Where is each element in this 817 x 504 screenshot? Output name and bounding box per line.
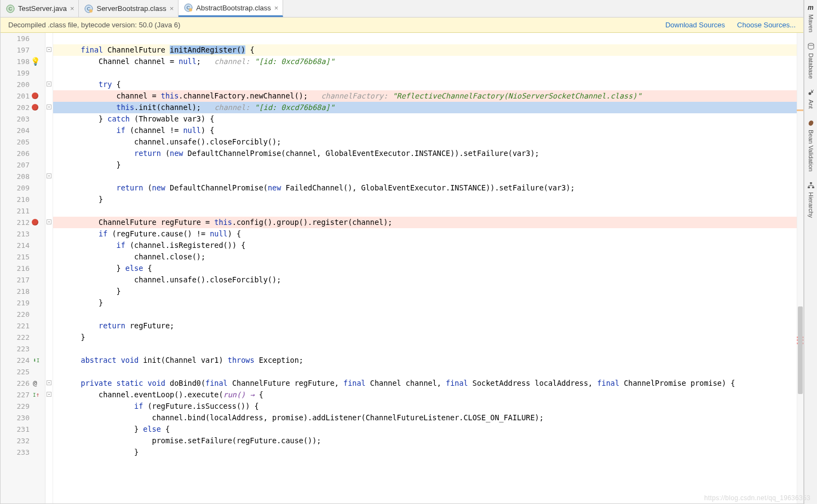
fold-toggle[interactable] bbox=[47, 173, 51, 178]
code-line[interactable] bbox=[53, 171, 803, 182]
choose-sources-link[interactable]: Choose Sources... bbox=[737, 21, 796, 29]
breakpoint-icon[interactable] bbox=[32, 92, 41, 101]
code-line[interactable]: abstract void init(Channel var1) throws … bbox=[53, 355, 803, 366]
code-line[interactable]: final ChannelFuture initAndRegister() { bbox=[53, 44, 803, 56]
gutter-line[interactable]: 205 bbox=[1, 136, 45, 148]
gutter-line[interactable]: 221 bbox=[1, 320, 45, 332]
implemented-icon[interactable]: ⬇I bbox=[33, 356, 42, 364]
breakpoint-icon[interactable] bbox=[32, 219, 41, 228]
gutter-line[interactable]: 225 bbox=[1, 366, 45, 378]
gutter-line[interactable]: 219 bbox=[1, 297, 45, 309]
gutter-line[interactable]: 230 bbox=[1, 412, 45, 424]
tool-bean-validation[interactable]: Bean Validation bbox=[807, 119, 815, 171]
gutter-line[interactable]: 217 bbox=[1, 274, 45, 286]
code-line[interactable]: this.init(channel); channel: "[id: 0xcd7… bbox=[53, 102, 803, 113]
tab-abstractbootstrap[interactable]: C AbstractBootstrap.class × bbox=[179, 0, 283, 17]
code-line[interactable]: private static void doBind0(final Channe… bbox=[53, 378, 803, 389]
gutter-line[interactable]: 204 bbox=[1, 125, 45, 136]
gutter-line[interactable]: 209 bbox=[1, 182, 45, 194]
code-line[interactable]: channel = this.channelFactory.newChannel… bbox=[53, 90, 803, 102]
gutter-line[interactable]: 202 bbox=[1, 102, 45, 113]
tab-serverbootstrap[interactable]: C ServerBootstrap.class × bbox=[79, 0, 179, 17]
tool-maven[interactable]: m Maven bbox=[807, 3, 815, 32]
code-line[interactable]: Channel channel = null; channel: "[id: 0… bbox=[53, 56, 803, 67]
code-line[interactable] bbox=[53, 205, 803, 217]
gutter-line[interactable]: 201 bbox=[1, 90, 45, 102]
code-line[interactable]: channel.eventLoop().execute(run() → { bbox=[53, 389, 803, 401]
gutter-line[interactable]: 196 bbox=[1, 33, 45, 44]
code-line[interactable]: try { bbox=[53, 79, 803, 90]
line-gutter[interactable]: 196197198💡199200201202203204205206207208… bbox=[1, 33, 45, 503]
close-icon[interactable]: × bbox=[70, 5, 74, 12]
code-line[interactable]: return (new DefaultChannelPromise(channe… bbox=[53, 148, 803, 159]
gutter-line[interactable]: 214 bbox=[1, 240, 45, 251]
code-line[interactable]: } else { bbox=[53, 263, 803, 274]
code-line[interactable] bbox=[53, 309, 803, 320]
gutter-line[interactable]: 224⬇I bbox=[1, 355, 45, 366]
fold-toggle[interactable] bbox=[47, 105, 51, 109]
download-sources-link[interactable]: Download Sources bbox=[665, 21, 725, 29]
code-line[interactable]: if (channel.isRegistered()) { bbox=[53, 240, 803, 251]
code-line[interactable]: } catch (Throwable var3) { bbox=[53, 113, 803, 125]
code-line[interactable] bbox=[53, 33, 803, 44]
code-line[interactable]: channel.unsafe().closeForcibly(); bbox=[53, 274, 803, 286]
code-line[interactable]: ChannelFuture regFuture = this.config().… bbox=[53, 217, 803, 228]
code-line[interactable]: return regFuture; bbox=[53, 320, 803, 332]
gutter-line[interactable]: 198💡 bbox=[1, 56, 45, 67]
gutter-line[interactable]: 212 bbox=[1, 217, 45, 228]
gutter-line[interactable]: 197 bbox=[1, 44, 45, 56]
code-line[interactable]: if (regFuture.cause() != null) { bbox=[53, 228, 803, 240]
code-line[interactable]: } bbox=[53, 447, 803, 458]
code-line[interactable] bbox=[53, 366, 803, 378]
code-line[interactable]: if (regFuture.isSuccess()) { bbox=[53, 401, 803, 412]
code-line[interactable] bbox=[53, 343, 803, 355]
code-line[interactable]: } bbox=[53, 286, 803, 297]
gutter-line[interactable]: 199 bbox=[1, 67, 45, 79]
fold-toggle[interactable] bbox=[47, 219, 51, 224]
tab-testserver[interactable]: C TestServer.java × bbox=[1, 0, 79, 17]
close-icon[interactable]: × bbox=[274, 4, 279, 11]
tool-ant[interactable]: Ant bbox=[807, 89, 815, 109]
gutter-line[interactable]: 210 bbox=[1, 194, 45, 205]
gutter-line[interactable]: 223 bbox=[1, 343, 45, 355]
gutter-line[interactable]: 215 bbox=[1, 251, 45, 263]
gutter-line[interactable]: 211 bbox=[1, 205, 45, 217]
gutter-line[interactable]: 229 bbox=[1, 401, 45, 412]
code-line[interactable]: } bbox=[53, 297, 803, 309]
code-line[interactable]: } bbox=[53, 159, 803, 171]
code-line[interactable]: if (channel != null) { bbox=[53, 125, 803, 136]
fold-toggle[interactable] bbox=[47, 380, 51, 385]
close-icon[interactable]: × bbox=[170, 5, 174, 12]
gutter-line[interactable]: 233 bbox=[1, 447, 45, 458]
gutter-line[interactable]: 218 bbox=[1, 286, 45, 297]
gutter-line[interactable]: 208 bbox=[1, 171, 45, 182]
gutter-line[interactable]: 227I↑ bbox=[1, 389, 45, 401]
fold-toggle[interactable] bbox=[47, 47, 51, 52]
annotation-icon[interactable]: @ bbox=[33, 379, 42, 387]
breakpoint-icon[interactable] bbox=[32, 104, 41, 113]
tool-hierarchy[interactable]: Hierarchy bbox=[807, 181, 815, 218]
gutter-line[interactable]: 207 bbox=[1, 159, 45, 171]
gutter-line[interactable]: 200 bbox=[1, 79, 45, 90]
code-line[interactable] bbox=[53, 67, 803, 79]
code-line[interactable]: promise.setFailure(regFuture.cause()); bbox=[53, 435, 803, 447]
code-area[interactable]: final ChannelFuture initAndRegister() { … bbox=[53, 33, 803, 503]
gutter-line[interactable]: 220 bbox=[1, 309, 45, 320]
gutter-line[interactable]: 216 bbox=[1, 263, 45, 274]
gutter-line[interactable]: 232 bbox=[1, 435, 45, 447]
code-line[interactable]: channel.bind(localAddress, promise).addL… bbox=[53, 412, 803, 424]
fold-toggle[interactable] bbox=[47, 392, 51, 397]
gutter-line[interactable]: 203 bbox=[1, 113, 45, 125]
code-line[interactable]: } bbox=[53, 194, 803, 205]
code-line[interactable]: } bbox=[53, 332, 803, 343]
scrollbar[interactable] bbox=[797, 33, 803, 503]
gutter-line[interactable]: 206 bbox=[1, 148, 45, 159]
gutter-line[interactable]: 222 bbox=[1, 332, 45, 343]
gutter-line[interactable]: 226@ bbox=[1, 378, 45, 389]
gutter-line[interactable]: 213 bbox=[1, 228, 45, 240]
code-editor[interactable]: 196197198💡199200201202203204205206207208… bbox=[1, 33, 803, 503]
gutter-line[interactable]: 231 bbox=[1, 424, 45, 435]
code-line[interactable]: return (new DefaultChannelPromise(new Fa… bbox=[53, 182, 803, 194]
code-line[interactable]: } else { bbox=[53, 424, 803, 435]
fold-column[interactable] bbox=[45, 33, 53, 503]
